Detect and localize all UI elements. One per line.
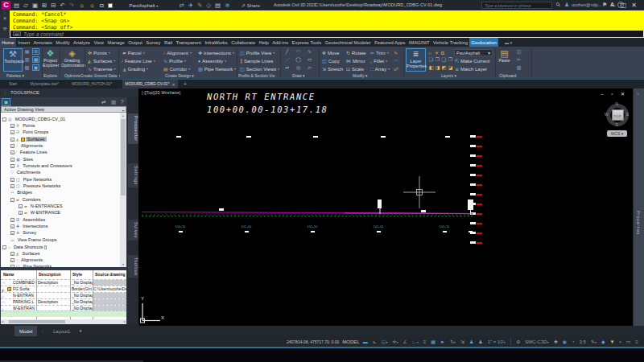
- ribbon-tab[interactable]: Home: [0, 38, 16, 47]
- ribbon-menu-item[interactable]: ▥Pipe Network▾: [198, 65, 236, 72]
- layout-tab[interactable]: Layout1: [48, 326, 75, 336]
- autohide-icon[interactable]: «: [637, 91, 639, 96]
- status-toggle[interactable]: ▬: [363, 339, 368, 344]
- modify-extra-tool[interactable]: ☍: [394, 65, 398, 72]
- app-logo[interactable]: C: [2, 1, 10, 10]
- wcs-button[interactable]: WCS ▾: [607, 130, 627, 137]
- toolspace-button[interactable]: ⚒ Toolspace: [3, 48, 23, 72]
- share-button[interactable]: ⇗ Share: [242, 2, 260, 8]
- viewcube-north[interactable]: N: [616, 101, 619, 106]
- toolspace-side-tab[interactable]: Prospector: [128, 113, 138, 144]
- tree-item[interactable]: + ▰ W-ENTRANCE: [1, 209, 120, 216]
- command-window-grip[interactable]: ⋮ ✕ ⚒: [0, 10, 10, 38]
- panel-label-create-design[interactable]: Create Design ▾: [165, 73, 194, 78]
- search-input[interactable]: Type a keyword or phrase: [481, 2, 552, 9]
- ribbon-tab[interactable]: Output: [126, 38, 144, 47]
- ribbon-tab-menu[interactable]: ▬ ▾: [501, 38, 516, 47]
- tree-vertical-scrollbar[interactable]: ▴ ▾: [120, 113, 126, 267]
- qat-icon[interactable]: ▤: [215, 2, 221, 9]
- status-toggle[interactable]: ∠: [402, 339, 407, 344]
- ribbon-menu-item[interactable]: ◮Grading▾: [122, 65, 148, 72]
- modify-extra-tool[interactable]: ✎: [394, 49, 398, 56]
- panel-label-clipboard[interactable]: Clipboard: [499, 73, 516, 78]
- palette-toggle-button[interactable]: ▧: [23, 64, 31, 71]
- tree-item[interactable]: - ▰ Corridors: [1, 196, 120, 203]
- clipboard-tool-button[interactable]: ✂: [515, 57, 522, 64]
- qat-icon[interactable]: ✈: [188, 2, 193, 9]
- viewcube-east[interactable]: E: [626, 112, 629, 117]
- status-toggle[interactable]: ✎▾: [591, 339, 597, 344]
- ribbon-menu-item[interactable]: ▰Parcel▾: [122, 49, 145, 56]
- status-toggle[interactable]: ⚙: [516, 339, 520, 344]
- qat-icon[interactable]: ▤: [14, 2, 19, 9]
- clipboard-tool-button[interactable]: ▥: [515, 65, 522, 72]
- account-icon[interactable]: ♟: [564, 2, 569, 8]
- command-wrench-icon[interactable]: ⚒: [0, 23, 10, 35]
- ribbon-tab[interactable]: Geotechnical Modeler: [323, 38, 373, 47]
- ribbon-tab[interactable]: Insert: [16, 38, 31, 47]
- scroll-down-icon[interactable]: ▾: [120, 261, 126, 267]
- viewport-window-controls[interactable]: – ▫ ✕: [601, 91, 628, 97]
- scrollbar-thumb[interactable]: [121, 119, 126, 195]
- status-toggle[interactable]: ≡: [423, 339, 427, 344]
- status-toggle[interactable]: ♟: [478, 339, 482, 344]
- tree-item[interactable]: + ◭ Surfaces: [1, 250, 120, 257]
- ribbon-menu-item[interactable]: ◫Section Views▾: [240, 65, 279, 72]
- tree-item[interactable]: + ✚ Intersections: [1, 223, 120, 229]
- ribbon-tab[interactable]: Help: [257, 38, 270, 47]
- paste-button[interactable]: ▤ Paste: [497, 48, 511, 72]
- tree-item[interactable]: + ◫ Pressure Networks: [1, 183, 120, 189]
- viewcube-south[interactable]: S: [616, 122, 618, 127]
- drawing-tab[interactable]: Mytemplate.dwt*: [27, 80, 60, 88]
- draw-tool-button[interactable]: ◎: [295, 65, 302, 72]
- status-toggle[interactable]: ⇲: [460, 339, 464, 344]
- toolspace-side-tab[interactable]: Settings: [128, 163, 138, 187]
- layer-properties-button[interactable]: ≣ Layer Properties: [406, 48, 426, 72]
- drawing-tab[interactable]: MODURD_HUTCH-01*: [69, 80, 114, 88]
- qat-icon[interactable]: ◇: [206, 2, 211, 9]
- lock-icon[interactable]: ◘: [100, 2, 104, 9]
- drawing-tab[interactable]: Start: [6, 80, 19, 88]
- status-toggle[interactable]: ◱▾: [382, 339, 388, 344]
- qat-icon[interactable]: ↶: [60, 2, 65, 9]
- palette-toggle-button[interactable]: ▦: [32, 56, 39, 63]
- status-toggle[interactable]: ∟▾: [412, 339, 419, 344]
- drawing-tab[interactable]: /: [114, 80, 122, 88]
- draw-tool-button[interactable]: ▭: [306, 57, 313, 64]
- status-toggle[interactable]: ⊾: [373, 339, 377, 344]
- scroll-up-icon[interactable]: ▴: [120, 113, 126, 118]
- modify-tool[interactable]: ⊡Scale: [346, 65, 364, 72]
- project-explorer-button[interactable]: ❖ Project Explorer: [43, 48, 58, 72]
- scrollbar-thumb[interactable]: [9, 320, 65, 323]
- tree-item[interactable]: + ◫ Pipe Networks: [1, 176, 120, 183]
- panel-label-modify[interactable]: Modify ▾: [353, 73, 368, 78]
- toolspace-toolbar-icon[interactable]: ▥: [111, 99, 116, 105]
- panel-label-layers[interactable]: Layers ▾: [441, 73, 456, 78]
- panel-label-palettes[interactable]: Palettes ▾: [6, 73, 24, 78]
- ribbon-tab[interactable]: Geolocation: [469, 38, 498, 47]
- ribbon-menu-item[interactable]: ◭Surfaces▾: [88, 57, 115, 64]
- qat-icon[interactable]: ⇄: [179, 2, 184, 9]
- tree-item[interactable]: ▭ View Frame Groups: [1, 237, 120, 243]
- status-toggle[interactable]: 3.5: [580, 339, 586, 344]
- ribbon-tab[interactable]: IMAGINiT: [407, 38, 431, 47]
- list-new-row[interactable]: [1, 311, 126, 317]
- layer-on-icon[interactable]: ☼: [427, 51, 432, 56]
- layer-lock-icon[interactable]: ◘: [441, 51, 444, 56]
- layer-dropdown[interactable]: PavtAsphalt▾: [454, 49, 493, 56]
- panel-label-explore[interactable]: Explore: [43, 73, 57, 78]
- bulb2-icon[interactable]: ☼: [89, 2, 95, 9]
- viewcube[interactable]: N E S W TOP: [601, 98, 633, 132]
- status-toggle[interactable]: ▼: [610, 339, 615, 344]
- active-drawing-view-dropdown[interactable]: Active Drawing View ▾: [1, 106, 126, 113]
- account-name[interactable]: ucohen@ndp... ▾: [572, 2, 605, 7]
- list-row[interactable]: ◭ ! FG Surfa Border(Grn C:\Users\ucohe\D…: [1, 286, 126, 292]
- status-toggle[interactable]: ◆: [601, 339, 605, 344]
- toolspace-side-tab[interactable]: Toolbox: [128, 255, 138, 278]
- new-drawing-tab-button[interactable]: +: [180, 80, 190, 88]
- tree-item[interactable]: ⇀ Bridges: [1, 189, 120, 195]
- ribbon-menu-item[interactable]: ∿Profile▾: [163, 57, 186, 64]
- ribbon-tab[interactable]: InfraWorks: [203, 38, 229, 47]
- status-toggle[interactable]: ▪: [620, 339, 621, 344]
- command-close-icon[interactable]: ✕: [0, 14, 10, 23]
